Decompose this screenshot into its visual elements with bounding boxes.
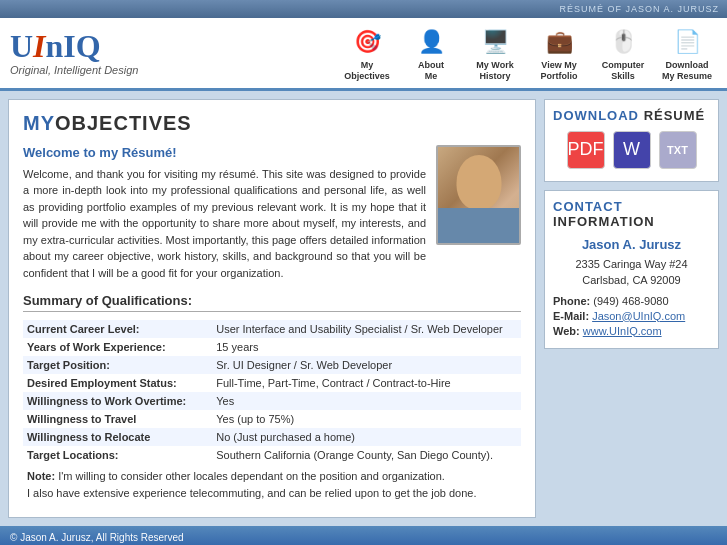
summary-section: Summary of Qualifications: Current Caree…	[23, 293, 521, 505]
qual-label: Willingness to Travel	[23, 410, 212, 428]
web-label: Web:	[553, 325, 580, 337]
contact-name: Jason A. Jurusz	[553, 237, 710, 252]
doc-icon: W	[623, 139, 640, 160]
section-title: MYOBJECTIVES	[23, 112, 521, 135]
qual-value: 15 years	[212, 338, 521, 356]
qual-label: Willingness to Work Overtime:	[23, 392, 212, 410]
logo-area: UInIQ Original, Intelligent Design	[10, 30, 138, 76]
section-title-my: MY	[23, 112, 55, 134]
qual-label: Target Locations:	[23, 446, 212, 464]
contact-web-row: Web: www.UInIQ.com	[553, 325, 710, 337]
summary-heading: Summary of Qualifications:	[23, 293, 521, 312]
nav-icons: 🎯 MyObjectives 👤 AboutMe 🖥️ My WorkHisto…	[337, 24, 717, 82]
work-history-icon: 🖥️	[475, 24, 515, 60]
table-row: Current Career Level:User Interface and …	[23, 320, 521, 338]
contact-email-row: E-Mail: Jason@UInIQ.com	[553, 310, 710, 322]
download-icons: PDF W TXT	[553, 131, 710, 169]
welcome-heading: Welcome to my Résumé!	[23, 145, 426, 160]
qual-label: Years of Work Experience:	[23, 338, 212, 356]
content-area: MYOBJECTIVES Welcome to my Résumé! Welco…	[8, 99, 536, 519]
email-label: E-Mail:	[553, 310, 589, 322]
main-layout: MYOBJECTIVES Welcome to my Résumé! Welco…	[0, 91, 727, 527]
nav-portfolio[interactable]: 💼 View MyPortfolio	[529, 24, 589, 82]
phone-value: (949) 468-9080	[593, 295, 668, 307]
download-title-part1: DOWNLOAD	[553, 108, 639, 123]
computer-skills-icon: 🖱️	[603, 24, 643, 60]
address-line2: Carlsbad, CA 92009	[553, 272, 710, 289]
qual-value: Full-Time, Part-Time, Contract / Contrac…	[212, 374, 521, 392]
qual-value: Yes (up to 75%)	[212, 410, 521, 428]
qual-value: User Interface and Usability Specialist …	[212, 320, 521, 338]
nav-objectives[interactable]: 🎯 MyObjectives	[337, 24, 397, 82]
sidebar: DOWNLOAD RÉSUMÉ PDF W TXT CONTACT INFORM…	[544, 99, 719, 519]
contact-phone-row: Phone: (949) 468-9080	[553, 295, 710, 307]
qual-value: No (Just purchased a home)	[212, 428, 521, 446]
table-row: Target Position:Sr. UI Designer / Sr. We…	[23, 356, 521, 374]
address-line1: 2335 Caringa Way #24	[553, 256, 710, 273]
section-title-obj: OBJECTIVES	[55, 112, 192, 134]
target-note: Note: I'm willing to consider other loca…	[23, 464, 521, 505]
top-bar-label: Résumé of Jason A. Jurusz	[559, 4, 719, 14]
table-row: Target Locations:Southern California (Or…	[23, 446, 521, 464]
qual-label: Current Career Level:	[23, 320, 212, 338]
phone-label: Phone:	[553, 295, 590, 307]
footer-text: © Jason A. Jurusz, All Rights Reserved	[10, 532, 184, 543]
welcome-text-container: Welcome to my Résumé! Welcome, and thank…	[23, 145, 426, 282]
qualifications-table: Current Career Level:User Interface and …	[23, 320, 521, 464]
download-title-part2: RÉSUMÉ	[644, 108, 706, 123]
download-box-title: DOWNLOAD RÉSUMÉ	[553, 108, 710, 123]
table-row: Willingness to Work Overtime:Yes	[23, 392, 521, 410]
nav-download-resume[interactable]: 📄 DownloadMy Resume	[657, 24, 717, 82]
contact-box-title: CONTACT INFORMATION	[553, 199, 710, 229]
web-link[interactable]: www.UInIQ.com	[583, 325, 662, 337]
contact-title-part2: INFORMATION	[553, 214, 655, 229]
download-pdf-button[interactable]: PDF	[567, 131, 605, 169]
about-icon: 👤	[411, 24, 451, 60]
qual-value: Yes	[212, 392, 521, 410]
table-row: Desired Employment Status:Full-Time, Par…	[23, 374, 521, 392]
nav-work-history[interactable]: 🖥️ My WorkHistory	[465, 24, 525, 82]
qual-label: Willingness to Relocate	[23, 428, 212, 446]
table-row: Years of Work Experience:15 years	[23, 338, 521, 356]
contact-title-part1: CONTACT	[553, 199, 623, 214]
logo-text: UInIQ	[10, 30, 138, 62]
portfolio-icon: 💼	[539, 24, 579, 60]
objectives-icon: 🎯	[347, 24, 387, 60]
welcome-area: Welcome to my Résumé! Welcome, and thank…	[23, 145, 521, 282]
footer: © Jason A. Jurusz, All Rights Reserved	[0, 526, 727, 545]
email-link[interactable]: Jason@UInIQ.com	[592, 310, 685, 322]
nav-computer-skills[interactable]: 🖱️ ComputerSkills	[593, 24, 653, 82]
contact-box: CONTACT INFORMATION Jason A. Jurusz 2335…	[544, 190, 719, 349]
nav-about[interactable]: 👤 AboutMe	[401, 24, 461, 82]
txt-icon: TXT	[667, 144, 688, 156]
download-box: DOWNLOAD RÉSUMÉ PDF W TXT	[544, 99, 719, 182]
qual-value: Sr. UI Designer / Sr. Web Developer	[212, 356, 521, 374]
table-row: Willingness to RelocateNo (Just purchase…	[23, 428, 521, 446]
welcome-paragraph: Welcome, and thank you for visiting my r…	[23, 166, 426, 282]
pdf-icon: PDF	[568, 139, 604, 160]
download-resume-icon: 📄	[667, 24, 707, 60]
qual-label: Desired Employment Status:	[23, 374, 212, 392]
download-txt-button[interactable]: TXT	[659, 131, 697, 169]
header: UInIQ Original, Intelligent Design 🎯 MyO…	[0, 18, 727, 91]
contact-address: 2335 Caringa Way #24 Carlsbad, CA 92009	[553, 256, 710, 289]
top-bar: Résumé of Jason A. Jurusz	[0, 0, 727, 18]
table-row: Willingness to TravelYes (up to 75%)	[23, 410, 521, 428]
qual-value: Southern California (Orange County, San …	[212, 446, 521, 464]
download-doc-button[interactable]: W	[613, 131, 651, 169]
logo-tagline: Original, Intelligent Design	[10, 64, 138, 76]
headshot-photo	[436, 145, 521, 245]
qual-label: Target Position:	[23, 356, 212, 374]
